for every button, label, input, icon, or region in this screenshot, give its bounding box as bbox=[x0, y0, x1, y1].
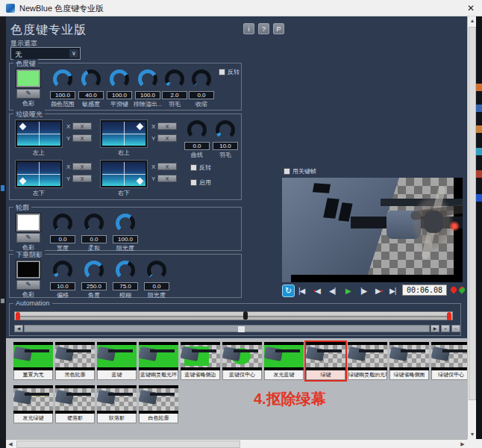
knob-value[interactable]: 0.0 bbox=[184, 142, 210, 150]
scroll-right-button[interactable]: ▶ bbox=[431, 325, 439, 332]
corner-handle[interactable] bbox=[19, 123, 27, 131]
use-keyframes-checkbox[interactable]: 用关键帧 bbox=[284, 167, 316, 175]
eyedropper-icon[interactable]: ✎ bbox=[16, 280, 40, 290]
previous-keyframe-button[interactable]: •◀ bbox=[313, 285, 320, 296]
knob-value[interactable]: 75.0 bbox=[113, 282, 138, 290]
preset-green-key-halo[interactable]: 绿键幽灵般的光环 bbox=[348, 342, 387, 380]
go-to-end-button[interactable]: ▶| bbox=[389, 285, 395, 296]
next-keyframe-button[interactable]: ▶• bbox=[375, 285, 382, 296]
preset-green-key-edges[interactable]: 绿键省略侧面 bbox=[389, 342, 429, 380]
window-close-button[interactable]: ✕ bbox=[463, 1, 479, 15]
y-reset-button[interactable]: X bbox=[72, 175, 92, 182]
preset-glow-blue-key[interactable]: 发光蓝键 bbox=[264, 342, 304, 380]
scroll-left-button[interactable]: ◀ bbox=[14, 325, 23, 332]
knob-value[interactable]: 0.0 bbox=[50, 235, 75, 243]
invert-checkbox[interactable]: 反转 bbox=[219, 68, 240, 76]
step-forward-button[interactable]: |▶ bbox=[360, 285, 366, 296]
corner-bottom-left-pad[interactable] bbox=[16, 161, 62, 187]
knob-value[interactable]: 100.0 bbox=[50, 91, 75, 99]
scroll-up-icon[interactable]: ▲ bbox=[468, 16, 477, 25]
timecode-display[interactable]: 00:06.08 bbox=[402, 284, 447, 296]
angle-knob[interactable] bbox=[84, 261, 104, 280]
help-button[interactable]: ? bbox=[258, 23, 269, 34]
smooth-key-knob[interactable] bbox=[110, 69, 129, 89]
shadow-opacity-knob[interactable] bbox=[147, 261, 166, 280]
corner-handle[interactable] bbox=[19, 178, 27, 185]
horizontal-scrollbar[interactable]: ◀ ▶ bbox=[6, 439, 467, 448]
go-to-start-button[interactable]: |◀ bbox=[298, 285, 304, 296]
y-reset-button[interactable]: X bbox=[157, 134, 177, 142]
timeline-start-marker[interactable] bbox=[16, 312, 20, 320]
offset-knob[interactable] bbox=[53, 261, 72, 280]
outline-color-swatch[interactable] bbox=[16, 214, 40, 231]
knob-value[interactable]: 40.0 bbox=[78, 91, 104, 99]
knob-value[interactable]: 100.0 bbox=[135, 91, 160, 99]
timeline-playhead[interactable] bbox=[243, 311, 248, 320]
preset-reset-to-none[interactable]: 重置为无 bbox=[13, 342, 53, 380]
knob-value[interactable]: 10.0 bbox=[213, 142, 238, 150]
blur-knob[interactable] bbox=[116, 261, 135, 280]
preset-blue-key-halo[interactable]: 蓝键幽灵般光环 bbox=[139, 342, 178, 380]
soften-knob[interactable] bbox=[84, 214, 104, 233]
scrollbar-thumb[interactable] bbox=[238, 326, 245, 332]
horizontal-scrollbar-thumb[interactable] bbox=[16, 441, 240, 448]
scroll-down-icon[interactable]: ▼ bbox=[468, 430, 477, 439]
scroll-left-icon[interactable]: ◀ bbox=[6, 440, 15, 448]
opacity-knob[interactable] bbox=[116, 214, 135, 233]
y-reset-button[interactable]: X bbox=[72, 134, 92, 142]
x-reset-button[interactable]: X bbox=[72, 163, 92, 170]
knob-value[interactable]: 100.0 bbox=[107, 91, 132, 99]
y-reset-button[interactable]: X bbox=[157, 175, 177, 182]
knob-value[interactable]: 250.0 bbox=[81, 282, 107, 290]
shrink-knob[interactable] bbox=[192, 69, 211, 89]
preset-soft-shadow[interactable]: 软落影 bbox=[97, 385, 137, 423]
play-button[interactable]: ▶ bbox=[345, 285, 351, 296]
automation-scrollbar[interactable]: ◀ ▶ + − bbox=[14, 325, 453, 332]
info-button[interactable]: i bbox=[243, 23, 254, 34]
display-mask-select[interactable]: 无 ∨ bbox=[10, 47, 81, 60]
step-back-button[interactable]: ◀| bbox=[329, 285, 335, 296]
matte-feather-knob[interactable] bbox=[216, 120, 235, 140]
loop-button[interactable]: ↻ bbox=[282, 284, 295, 297]
matte-invert-checkbox[interactable]: 反转 bbox=[190, 164, 211, 172]
preset-green-key-selected[interactable]: 绿键 bbox=[306, 342, 345, 380]
feather-knob[interactable] bbox=[165, 69, 184, 89]
curve-knob[interactable] bbox=[187, 120, 207, 140]
scroll-right-icon[interactable]: ▶ bbox=[458, 440, 467, 448]
preset-white-outline[interactable]: 白色轮廓 bbox=[139, 385, 178, 423]
knob-value[interactable]: 100.0 bbox=[113, 235, 138, 243]
preset-green-key-center[interactable]: 绿键仅中心 bbox=[431, 342, 471, 380]
shadow-color-swatch[interactable] bbox=[16, 261, 40, 279]
zoom-out-button[interactable]: − bbox=[451, 325, 460, 332]
knob-value[interactable]: 10.0 bbox=[50, 282, 75, 290]
corner-bottom-right-pad[interactable] bbox=[101, 161, 147, 187]
preset-glow-green-key[interactable]: 发光绿键 bbox=[13, 385, 53, 423]
sensitivity-knob[interactable] bbox=[81, 69, 101, 89]
x-reset-button[interactable]: X bbox=[157, 122, 177, 130]
x-reset-button[interactable]: X bbox=[72, 122, 92, 130]
knob-value[interactable]: 0.0 bbox=[144, 282, 169, 290]
corner-handle[interactable] bbox=[137, 178, 144, 185]
preset-blue-key-edges[interactable]: 蓝键省略侧边 bbox=[181, 342, 220, 380]
knob-value[interactable]: 0.0 bbox=[189, 91, 214, 99]
knob-value[interactable]: 0.0 bbox=[81, 235, 107, 243]
eyedropper-icon[interactable]: ✎ bbox=[16, 233, 40, 243]
preset-black-outline[interactable]: 黑色轮廓 bbox=[55, 342, 95, 380]
corner-handle[interactable] bbox=[137, 123, 144, 131]
timeline-end-marker[interactable] bbox=[447, 312, 451, 320]
x-reset-button[interactable]: X bbox=[157, 163, 177, 170]
preset-blue-key[interactable]: 蓝键 bbox=[97, 342, 137, 380]
preset-menu-button[interactable]: P bbox=[273, 23, 284, 34]
corner-top-left-pad[interactable] bbox=[16, 120, 62, 147]
color-range-knob[interactable] bbox=[53, 69, 72, 89]
scrollbar-track[interactable] bbox=[24, 325, 430, 332]
zoom-in-button[interactable]: + bbox=[441, 325, 450, 332]
width-knob[interactable] bbox=[53, 214, 72, 233]
key-color-swatch[interactable] bbox=[16, 69, 40, 87]
knob-value[interactable]: 2.0 bbox=[162, 91, 187, 99]
matte-enable-checkbox[interactable]: 启用 bbox=[190, 178, 211, 187]
automation-timeline[interactable] bbox=[14, 311, 453, 320]
preset-blue-key-center[interactable]: 蓝键仅中心 bbox=[222, 342, 262, 380]
preset-hard-shadow[interactable]: 硬落影 bbox=[55, 385, 95, 423]
corner-top-right-pad[interactable] bbox=[101, 120, 147, 147]
